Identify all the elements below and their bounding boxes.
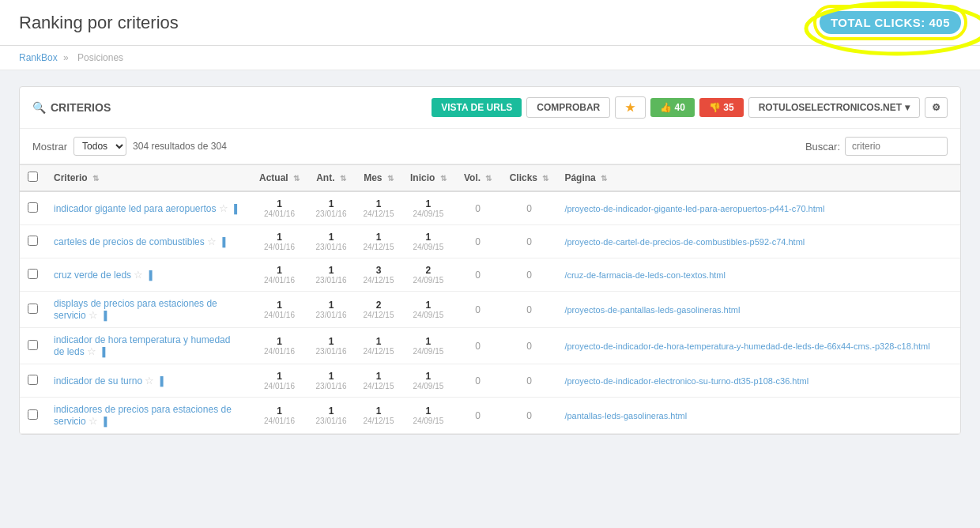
row-checkbox[interactable] xyxy=(28,304,38,314)
page-link[interactable]: /proyecto-de-indicador-de-hora-temperatu… xyxy=(564,341,929,351)
page-link[interactable]: /proyecto-de-indicador-electronico-su-tu… xyxy=(564,376,808,386)
bar-chart-icon[interactable]: ▐ xyxy=(100,417,107,426)
clicks-cell: 0 xyxy=(502,328,557,364)
row-checkbox-cell[interactable] xyxy=(20,398,46,434)
row-checkbox[interactable] xyxy=(28,409,38,420)
row-checkbox-cell[interactable] xyxy=(20,225,46,258)
actual-cell: 1 24/01/16 xyxy=(251,364,307,398)
breadcrumb-parent[interactable]: RankBox xyxy=(19,52,58,63)
search-input[interactable] xyxy=(845,137,948,156)
page-link[interactable]: /pantallas-leds-gasolineras.html xyxy=(564,411,687,421)
ant-value: 1 xyxy=(329,232,334,243)
show-select[interactable]: Todos xyxy=(74,137,126,156)
bar-chart-icon[interactable]: ▐ xyxy=(231,204,237,213)
star-button[interactable]: ☆ xyxy=(89,415,98,427)
star-button[interactable]: ☆ xyxy=(145,375,154,387)
sort-inicio-icon: ⇅ xyxy=(440,174,447,183)
row-checkbox[interactable] xyxy=(28,236,38,246)
col-actual[interactable]: Actual ⇅ xyxy=(251,165,307,192)
actual-date: 24/01/16 xyxy=(259,209,300,218)
inicio-value: 1 xyxy=(426,371,432,382)
domain-selector-button[interactable]: ROTULOSELECTRONICOS.NET ▾ xyxy=(748,97,920,118)
page-link[interactable]: /cruz-de-farmacia-de-leds-con-textos.htm… xyxy=(564,270,726,280)
select-all-checkbox[interactable] xyxy=(28,172,38,182)
page-link[interactable]: /proyecto-de-cartel-de-precios-de-combus… xyxy=(564,237,805,247)
star-button[interactable]: ☆ xyxy=(219,202,228,214)
criterio-link[interactable]: indicadores de precios para estaciones d… xyxy=(54,404,232,427)
mes-cell: 3 24/12/15 xyxy=(355,258,402,292)
vol-value: 0 xyxy=(475,270,481,281)
row-checkbox[interactable] xyxy=(28,375,38,385)
sort-vol-icon: ⇅ xyxy=(485,174,492,183)
star-button[interactable]: ☆ xyxy=(134,269,143,281)
col-ant[interactable]: Ant. ⇅ xyxy=(307,165,355,192)
criterio-link[interactable]: displays de precios para estaciones de s… xyxy=(54,298,217,321)
clicks-cell: 0 xyxy=(502,225,557,258)
breadcrumb: RankBox » Posiciones xyxy=(0,46,980,70)
bar-chart-icon[interactable]: ▐ xyxy=(99,347,105,356)
actual-value: 1 xyxy=(277,405,282,417)
row-checkbox[interactable] xyxy=(28,269,38,279)
buscar-label: Buscar: xyxy=(805,141,840,153)
settings-button[interactable]: ⚙ xyxy=(925,97,948,118)
criteria-panel: 🔍 CRITERIOS VISTA DE URLS COMPROBAR ★ 👍 … xyxy=(19,86,961,435)
total-clicks-label: TOTAL CLICKS: xyxy=(831,16,925,29)
vol-cell: 0 xyxy=(454,364,502,398)
criterio-link[interactable]: indicador de hora temperatura y humedad … xyxy=(54,334,230,357)
star-button[interactable]: ☆ xyxy=(207,236,217,247)
mes-value: 2 xyxy=(376,300,382,311)
star-button[interactable]: ☆ xyxy=(89,309,98,321)
col-inicio[interactable]: Inicio ⇅ xyxy=(402,165,454,192)
bar-chart-icon[interactable]: ▐ xyxy=(219,237,225,247)
vista-urls-button[interactable]: VISTA DE URLS xyxy=(432,98,522,117)
results-count: 304 resultados de 304 xyxy=(133,141,227,152)
row-checkbox-cell[interactable] xyxy=(20,292,46,328)
bar-chart-icon[interactable]: ▐ xyxy=(157,376,164,386)
col-pagina[interactable]: Página ⇅ xyxy=(556,165,960,192)
col-mes[interactable]: Mes ⇅ xyxy=(355,165,402,192)
bar-chart-icon[interactable]: ▐ xyxy=(146,270,153,280)
mes-date: 24/12/15 xyxy=(363,209,394,218)
criterio-link[interactable]: indicador de su turno xyxy=(54,375,142,387)
criterio-cell: indicador gigante led para aeropuertos ☆… xyxy=(46,191,251,225)
thumbs-down-button[interactable]: 👎 35 xyxy=(699,98,744,117)
actual-date: 24/01/16 xyxy=(259,243,300,251)
inicio-value: 1 xyxy=(426,405,432,417)
row-checkbox-cell[interactable] xyxy=(20,191,46,225)
actual-value: 1 xyxy=(277,265,282,276)
select-all-header[interactable] xyxy=(20,165,46,192)
inicio-date: 24/09/15 xyxy=(410,382,447,390)
inicio-date: 24/09/15 xyxy=(410,243,447,251)
row-checkbox[interactable] xyxy=(28,202,38,213)
row-checkbox[interactable] xyxy=(28,340,38,350)
vol-value: 0 xyxy=(475,375,481,387)
inicio-cell: 1 24/09/15 xyxy=(402,328,454,364)
comprobar-button[interactable]: COMPROBAR xyxy=(526,97,610,118)
star-filter-button[interactable]: ★ xyxy=(615,96,646,119)
mes-cell: 1 24/12/15 xyxy=(355,364,402,398)
panel-title: 🔍 CRITERIOS xyxy=(32,101,111,114)
mes-value: 1 xyxy=(376,232,382,243)
row-checkbox-cell[interactable] xyxy=(20,364,46,398)
row-checkbox-cell[interactable] xyxy=(20,328,46,364)
star-button[interactable]: ☆ xyxy=(87,345,96,357)
header-actions: VISTA DE URLS COMPROBAR ★ 👍 40 👎 35 ROTU… xyxy=(432,96,948,119)
criterio-link[interactable]: carteles de precios de combustibles xyxy=(54,236,205,247)
page-link[interactable]: /proyectos-de-pantallas-leds-gasolineras… xyxy=(564,305,740,315)
ant-cell: 1 23/01/16 xyxy=(307,398,355,434)
actual-date: 24/01/16 xyxy=(259,382,300,390)
row-checkbox-cell[interactable] xyxy=(20,258,46,292)
col-clicks[interactable]: Clicks ⇅ xyxy=(502,165,557,192)
clicks-cell: 0 xyxy=(502,364,557,398)
ant-date: 23/01/16 xyxy=(315,347,347,356)
vol-cell: 0 xyxy=(454,225,502,258)
criterio-link[interactable]: indicador gigante led para aeropuertos xyxy=(54,203,216,214)
vol-cell: 0 xyxy=(454,258,502,292)
col-criterio[interactable]: Criterio ⇅ xyxy=(46,165,251,192)
thumbs-up-button[interactable]: 👍 40 xyxy=(650,98,695,117)
bar-chart-icon[interactable]: ▐ xyxy=(100,311,107,320)
criterio-cell: indicadores de precios para estaciones d… xyxy=(46,398,251,434)
col-vol[interactable]: Vol. ⇅ xyxy=(454,165,502,192)
criterio-link[interactable]: cruz verde de leds xyxy=(54,270,131,281)
page-link[interactable]: /proyecto-de-indicador-gigante-led-para-… xyxy=(564,204,824,213)
